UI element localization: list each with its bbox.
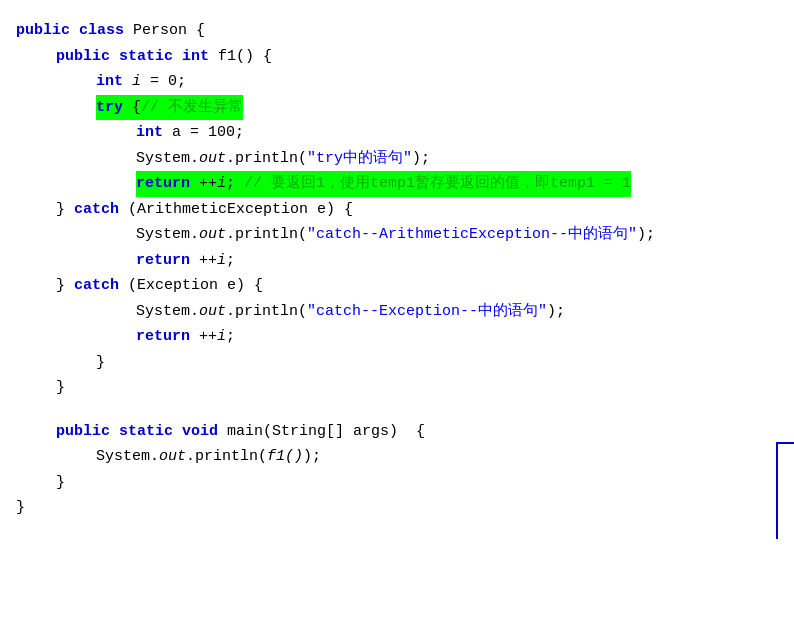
out-italic3: out xyxy=(199,299,226,325)
kw-catch1: catch xyxy=(74,197,119,223)
str3: "catch--Exception--中的语句" xyxy=(307,299,547,325)
str1: "try中的语句" xyxy=(307,146,412,172)
kw-return2: return xyxy=(136,248,190,274)
kw-return1: return xyxy=(136,175,190,192)
line-method-close: } xyxy=(16,375,778,401)
kw-public3: public xyxy=(56,419,110,445)
line-catch2: } catch (Exception e) { xyxy=(16,273,778,299)
kw-void: void xyxy=(182,419,218,445)
f1-call: f1() xyxy=(267,444,303,470)
comment-return: // 要返回1，使用temp1暂存要返回的值，即temp1 = 1 xyxy=(244,175,631,192)
kw-catch2: catch xyxy=(74,273,119,299)
out-italic1: out xyxy=(199,146,226,172)
out-italic2: out xyxy=(199,222,226,248)
line-catch1: } catch (ArithmeticException e) { xyxy=(16,197,778,223)
kw-static: static xyxy=(119,44,173,70)
line-try: try {// 不发生异常 xyxy=(16,95,778,121)
line-int-a: int a = 100; xyxy=(16,120,778,146)
line-class-decl: public class Person { xyxy=(16,18,778,44)
line-return2: return ++i; xyxy=(16,248,778,274)
kw-public2: public xyxy=(56,44,110,70)
line-println3: System.out.println("catch--Exception--中的… xyxy=(16,299,778,325)
line-main-decl: public static void main(String[] args) { xyxy=(16,419,778,445)
code-container: public class Person { public static int … xyxy=(0,10,794,529)
return1-highlight: return ++i; // 要返回1，使用temp1暂存要返回的值，即temp… xyxy=(136,171,631,197)
line-class-close: } xyxy=(16,495,778,521)
line-main-println: System.out.println(f1()); 输出: try中的语句 1 xyxy=(16,444,778,470)
out-italic4: out xyxy=(159,444,186,470)
var-i3: i xyxy=(217,248,226,274)
str2: "catch--ArithmeticException--中的语句" xyxy=(307,222,637,248)
line-catch-close: } xyxy=(16,350,778,376)
kw-try: try xyxy=(96,99,123,116)
type-int2: int xyxy=(96,69,123,95)
spacer1 xyxy=(16,401,778,419)
type-int: int xyxy=(182,44,209,70)
kw-public: public xyxy=(16,18,70,44)
comment-no-exception: // 不发生异常 xyxy=(141,99,243,116)
type-int3: int xyxy=(136,120,163,146)
var-i4: i xyxy=(217,324,226,350)
line-println1: System.out.println("try中的语句"); xyxy=(16,146,778,172)
output-box: 输出: try中的语句 1 xyxy=(776,442,794,539)
kw-class: class xyxy=(79,18,124,44)
kw-return3: return xyxy=(136,324,190,350)
line-int-i: int i = 0; xyxy=(16,69,778,95)
kw-static2: static xyxy=(119,419,173,445)
line-return1: return ++i; // 要返回1，使用temp1暂存要返回的值，即temp… xyxy=(16,171,778,197)
line-f1-decl: public static int f1() { xyxy=(16,44,778,70)
try-highlight: try {// 不发生异常 xyxy=(96,95,243,121)
var-i2: i xyxy=(217,175,226,192)
line-println2: System.out.println("catch--ArithmeticExc… xyxy=(16,222,778,248)
line-main-close: } xyxy=(16,470,778,496)
var-i: i xyxy=(132,69,141,95)
line-return3: return ++i; xyxy=(16,324,778,350)
